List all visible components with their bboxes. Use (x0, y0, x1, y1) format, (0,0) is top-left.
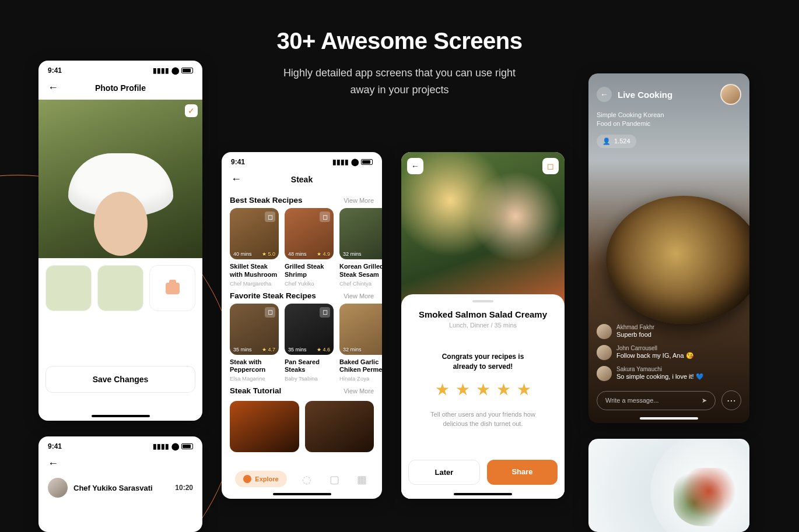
page-title: Live Cooking (618, 90, 714, 100)
promo-subtitle-line: Highly detailed app screens that you can… (283, 67, 516, 79)
screen-live-cooking: ← Live Cooking Simple Cooking Korean Foo… (588, 73, 749, 423)
cook-time: 35 mins (233, 347, 252, 353)
message-timestamp: 10:20 (175, 484, 193, 492)
screen-chef-message-peek: 9:41 ▮▮▮▮ ⬤ ← Chef Yukiko Sarasvati 10:2… (38, 436, 202, 532)
recipe-chef: Baby Tsabina (285, 375, 334, 382)
share-button[interactable]: Share (487, 460, 558, 485)
back-button[interactable]: ← (597, 87, 612, 102)
bookmark-icon[interactable]: ◻ (265, 212, 275, 222)
recipe-card[interactable]: ◻ 35 mins★ 4.6 Pan Seared Steaks Baby Ts… (285, 304, 334, 382)
battery-icon (181, 68, 193, 73)
star-icon[interactable]: ★ (455, 380, 470, 399)
more-options-button[interactable]: ⋯ (721, 390, 741, 410)
recipe-card[interactable]: 32 mins Korean Grilled Steak Sesam Chef … (339, 208, 382, 287)
recipe-card[interactable]: 32 mins Baked Garlic Chiken Perme Hinata… (339, 304, 382, 382)
bookmark-icon[interactable]: ◻ (320, 212, 330, 222)
star-icon[interactable]: ★ (476, 380, 490, 399)
food-image (674, 468, 744, 526)
compass-icon (243, 475, 251, 483)
person-icon: 👤 (602, 138, 611, 145)
home-indicator (273, 493, 331, 495)
nav-grid-icon[interactable]: ▦ (357, 473, 369, 485)
star-icon[interactable]: ★ (435, 380, 450, 399)
avatar (48, 478, 68, 498)
section-title: Steak Tutorial (230, 386, 281, 395)
view-more-link[interactable]: View More (344, 293, 374, 300)
profile-photo-main[interactable]: ✓ (38, 100, 202, 258)
rating: ★ 4.9 (317, 251, 330, 257)
home-indicator (640, 417, 698, 420)
chat-message: John CarrousellFollow back my IG, Ana 😘 (597, 345, 741, 360)
nav-chat-icon[interactable]: ◌ (302, 473, 314, 485)
status-icons: ▮▮▮▮ ⬤ (153, 67, 193, 74)
nav-bar: ← Steak (222, 168, 382, 191)
camera-icon (166, 283, 180, 294)
tutorial-card[interactable] (230, 401, 299, 452)
congrats-text: Congrats your recipes isalready to serve… (411, 352, 555, 372)
recipe-card[interactable]: ◻ 40 mins★ 5.0 Skillet Steak with Mushro… (230, 208, 279, 287)
star-icon[interactable]: ★ (517, 380, 531, 399)
section-header-best: Best Steak Recipes View More (222, 191, 382, 208)
recipe-chef: Elsa Magarine (230, 375, 279, 382)
favorite-recipes-row: ◻ 35 mins★ 4.7 Steak with Peppercorn Els… (222, 304, 382, 382)
add-photo-button[interactable] (149, 265, 195, 311)
recipe-title: Korean Grilled Steak Sesam (339, 263, 382, 279)
tutorial-row (222, 399, 382, 452)
save-changes-button[interactable]: Save Changes (45, 366, 195, 393)
back-button[interactable]: ← (407, 158, 423, 174)
section-title: Best Steak Recipes (230, 196, 303, 205)
recipe-title: Grilled Steak Shrimp (285, 263, 334, 279)
bookmark-icon[interactable]: ◻ (265, 307, 275, 318)
photo-thumb[interactable] (97, 265, 143, 311)
recipe-card[interactable]: ◻ 35 mins★ 4.7 Steak with Peppercorn Els… (230, 304, 279, 382)
recipe-title: Pan Seared Steaks (285, 358, 334, 375)
sheet-handle[interactable] (472, 300, 493, 302)
send-icon[interactable]: ➤ (702, 397, 707, 404)
screen-steak-recipes: 9:41 ▮▮▮▮ ⬤ ← Steak Best Steak Recipes V… (222, 152, 382, 499)
cook-time: 40 mins (233, 251, 252, 257)
screen-photo-profile: 9:41 ▮▮▮▮ ⬤ ← Photo Profile ✓ Save Chang… (38, 61, 202, 421)
page-title: Steak (222, 175, 382, 184)
avatar (597, 324, 612, 339)
later-button[interactable]: Later (408, 460, 480, 485)
photo-thumb[interactable] (45, 265, 92, 311)
home-indicator (92, 415, 150, 417)
promo-subtitle-line: away in your projects (350, 84, 448, 96)
tutorial-card[interactable] (305, 401, 374, 452)
message-input[interactable]: Write a message... ➤ (597, 391, 716, 410)
back-button[interactable]: ← (48, 457, 58, 470)
chat-message: Sakura YamauchiSo simple cooking, i love… (597, 366, 741, 381)
view-more-link[interactable]: View More (344, 197, 374, 204)
chat-username: John Carrousell (616, 345, 694, 351)
nav-bar: ← (38, 453, 202, 475)
best-recipes-row: ◻ 40 mins★ 5.0 Skillet Steak with Mushro… (222, 208, 382, 287)
section-header-tutorial: Steak Tutorial View More (222, 382, 382, 399)
share-hint: Tell other users and your friends how de… (421, 410, 545, 429)
wifi-icon: ⬤ (351, 158, 359, 166)
page-title: Photo Profile (38, 83, 202, 93)
status-icons: ▮▮▮▮ ⬤ (332, 158, 373, 165)
bookmark-button[interactable]: ◻ (542, 158, 559, 174)
nav-bookmark-icon[interactable]: ▢ (330, 473, 341, 485)
wifi-icon: ⬤ (171, 442, 179, 450)
star-icon[interactable]: ★ (496, 380, 511, 399)
recipe-chef: Chef Yukiko (285, 280, 334, 287)
rating-stars[interactable]: ★ ★ ★ ★ ★ (411, 380, 555, 399)
chat-text: Follow back my IG, Ana 😘 (616, 352, 694, 360)
nav-explore[interactable]: Explore (235, 471, 286, 487)
host-avatar[interactable] (720, 84, 741, 105)
recipe-chef: Chef Margaretha (230, 280, 279, 287)
signal-icon: ▮▮▮▮ (153, 66, 169, 75)
avatar (597, 345, 612, 360)
signal-icon: ▮▮▮▮ (332, 158, 349, 166)
photo-selected-check-icon[interactable]: ✓ (185, 104, 198, 117)
recipe-title: Skillet Steak with Mushroom (230, 263, 279, 279)
view-more-link[interactable]: View More (344, 387, 374, 394)
recipe-card[interactable]: ◻ 48 mins★ 4.9 Grilled Steak Shrimp Chef… (285, 208, 334, 287)
section-title: Favorite Steak Recipes (230, 291, 316, 300)
chef-list-item[interactable]: Chef Yukiko Sarasvati 10:20 (38, 475, 202, 505)
live-chat: Akhmad FakhrSuperb food John CarrousellF… (597, 324, 741, 381)
cook-time: 32 mins (343, 347, 362, 353)
recipe-title: Baked Garlic Chiken Perme (339, 358, 382, 375)
bookmark-icon[interactable]: ◻ (320, 307, 330, 318)
